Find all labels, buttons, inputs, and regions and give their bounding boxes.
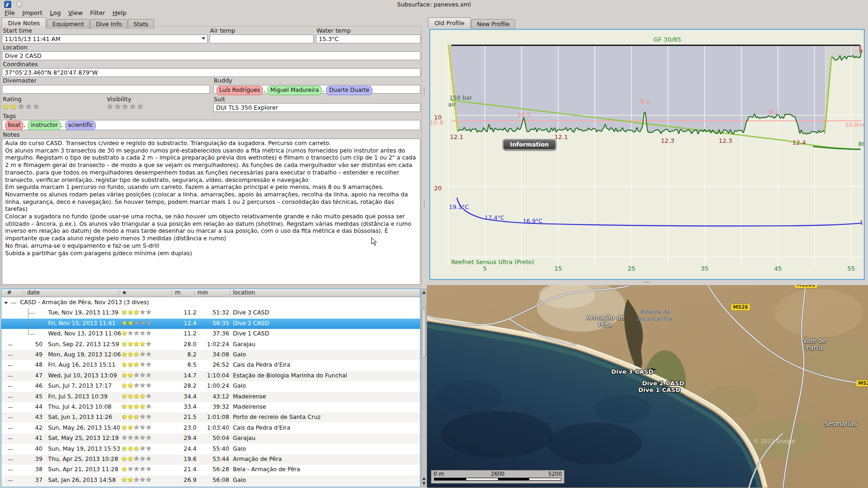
dive-list-table[interactable]: #date★mminlocation CASD - Armação de Pêr… (1, 288, 420, 487)
notes-textarea[interactable]: Aula do curso CASD. Transectos c/video e… (2, 139, 420, 285)
star-icon[interactable]: ★ (127, 445, 133, 452)
star-icon[interactable]: ★ (121, 308, 127, 316)
star-icon[interactable]: ★ (127, 413, 133, 420)
dive-row[interactable]: Tue, Nov 19, 2013 11:39★★★★★11.251:32Div… (1, 308, 420, 318)
star-icon[interactable]: ★ (140, 424, 146, 431)
star-icon[interactable]: ★ (127, 308, 133, 316)
dive-row[interactable]: 40Sun, May 19, 2013 15:53★★★★★24.455:40G… (1, 444, 420, 454)
star-icon[interactable]: ★ (121, 340, 127, 348)
star-icon[interactable]: ★ (140, 465, 146, 473)
star-icon[interactable]: ★ (140, 350, 146, 358)
star-icon[interactable]: ★ (146, 403, 152, 410)
star-icon[interactable]: ★ (127, 371, 133, 379)
star-icon[interactable]: ★ (106, 102, 114, 111)
divemaster-field[interactable] (2, 85, 210, 94)
star-icon[interactable]: ★ (146, 486, 152, 487)
star-icon[interactable]: ★ (122, 102, 129, 111)
star-icon[interactable]: ★ (121, 413, 127, 420)
star-icon[interactable]: ★ (133, 403, 140, 410)
star-icon[interactable]: ★ (133, 486, 140, 487)
menu-help[interactable]: Help (109, 8, 130, 17)
star-icon[interactable]: ★ (146, 434, 152, 441)
star-icon[interactable]: ★ (133, 329, 140, 337)
star-icon[interactable]: ★ (121, 455, 127, 462)
star-icon[interactable]: ★ (146, 340, 152, 348)
dive-row[interactable]: 46Sun, Jul 7, 2013 17:17★★★★★28.21:00:24… (1, 381, 420, 391)
buddy-field[interactable]: Luís Rodrigues, Miguel Madureira, Duarte… (213, 85, 420, 94)
star-icon[interactable]: ★ (121, 382, 127, 389)
star-icon[interactable]: ★ (121, 476, 127, 483)
tags-field[interactable]: boat, instructor, scientific (2, 120, 420, 130)
star-icon[interactable]: ★ (33, 102, 40, 111)
column-header-0[interactable]: # (7, 289, 12, 296)
suit-field[interactable]: DUI TLS 350 Explorer (213, 103, 420, 112)
dive-row[interactable]: 44Thu, Jul 4, 2013 10:08★★★★★33.439:32Ma… (1, 402, 420, 412)
star-icon[interactable]: ★ (133, 392, 140, 400)
splitter-grip-horizontal[interactable] (643, 282, 650, 284)
coordinates-field[interactable]: 37°05'23.460"N 8°20'47.879"W (2, 68, 420, 77)
star-icon[interactable]: ★ (127, 434, 133, 441)
star-icon[interactable]: ★ (127, 361, 133, 368)
star-icon[interactable]: ★ (146, 371, 152, 379)
rating-stars[interactable]: ★★★★★ (2, 102, 40, 111)
star-icon[interactable]: ★ (127, 340, 133, 348)
dive-row[interactable]: Fri, Nov 15, 2013 11:41★★★★★12.456:35Div… (1, 319, 420, 329)
star-icon[interactable]: ★ (140, 319, 146, 327)
star-icon[interactable]: ★ (18, 102, 25, 111)
star-icon[interactable]: ★ (133, 476, 140, 483)
star-icon[interactable]: ★ (140, 308, 146, 316)
dive-list-header[interactable]: #date★mminlocation (1, 289, 420, 297)
visibility-stars[interactable]: ★★★★★ (106, 102, 144, 111)
star-icon[interactable]: ★ (133, 382, 140, 389)
star-icon[interactable]: ★ (146, 329, 152, 337)
location-field[interactable]: Dive 2 CASD (2, 51, 420, 60)
star-icon[interactable]: ★ (127, 392, 133, 400)
star-icon[interactable]: ★ (127, 465, 133, 473)
star-icon[interactable]: ★ (114, 102, 121, 111)
chevron-down-icon[interactable] (201, 36, 205, 41)
dive-row[interactable]: 43Sat, Jun 1, 2013 11:26★★★★★21.51:01:08… (1, 412, 420, 423)
tab-old-profile[interactable]: Old Profile (428, 17, 471, 28)
star-icon[interactable]: ★ (133, 350, 140, 358)
tab-dive-notes[interactable]: Dive Notes (1, 17, 46, 28)
star-icon[interactable]: ★ (10, 102, 17, 111)
star-icon[interactable]: ★ (121, 392, 127, 400)
star-icon[interactable]: ★ (133, 413, 140, 420)
star-icon[interactable]: ★ (140, 403, 146, 410)
column-header-2[interactable]: ★ (122, 289, 127, 296)
star-icon[interactable]: ★ (127, 486, 133, 487)
star-icon[interactable]: ★ (133, 424, 140, 431)
star-icon[interactable]: ★ (121, 350, 127, 358)
star-icon[interactable]: ★ (140, 392, 146, 400)
dive-row[interactable]: 47Wed, Jul 10, 2013 13:09★★★★★14.71:10:0… (1, 371, 420, 381)
star-icon[interactable]: ★ (121, 465, 127, 473)
column-header-5[interactable]: location (233, 289, 255, 296)
star-icon[interactable]: ★ (2, 102, 10, 111)
star-icon[interactable]: ★ (127, 350, 133, 358)
dive-row[interactable]: 42Sun, May 26, 2013 15:40★★★★★23.01:03:4… (1, 423, 420, 433)
dive-site-marker-label[interactable]: Dive 1 CASD (638, 386, 680, 393)
menu-filter[interactable]: Filter (86, 8, 109, 17)
star-icon[interactable]: ★ (140, 486, 146, 487)
scrollbar-thumb[interactable] (422, 309, 426, 358)
information-tooltip[interactable]: Information (503, 139, 556, 150)
star-icon[interactable]: ★ (127, 455, 133, 462)
menu-view[interactable]: View (64, 8, 86, 17)
star-icon[interactable]: ★ (146, 350, 152, 358)
tag-pill[interactable]: boat (5, 121, 23, 130)
star-icon[interactable]: ★ (133, 308, 140, 316)
scroll-down-icon[interactable]: ▼ (422, 481, 426, 485)
tag-pill[interactable]: scientific (65, 121, 96, 130)
water-temp-field[interactable]: 15.3°C (316, 35, 420, 43)
star-icon[interactable]: ★ (146, 445, 152, 452)
dive-row[interactable]: 41Sat, May 25, 2013 12:19★★★★★29.450:04G… (1, 433, 420, 444)
dive-row[interactable]: 37Sat, Jan 26, 2013 14:58★★★★★26.956:08G… (1, 475, 420, 486)
dive-site-marker-label[interactable]: Dive 3 CASD (611, 368, 653, 375)
splitter-grip[interactable] (424, 201, 426, 207)
star-icon[interactable]: ★ (121, 424, 127, 431)
buddy-pill[interactable]: Luís Rodrigues (217, 86, 263, 95)
star-icon[interactable]: ★ (133, 340, 140, 348)
scroll-up2-icon[interactable]: ▲ (422, 476, 426, 480)
dive-row[interactable]: 49Mon, Aug 19, 2013 12:06★★★★★8.234:08Ga… (1, 350, 420, 360)
star-icon[interactable]: ★ (140, 413, 146, 420)
